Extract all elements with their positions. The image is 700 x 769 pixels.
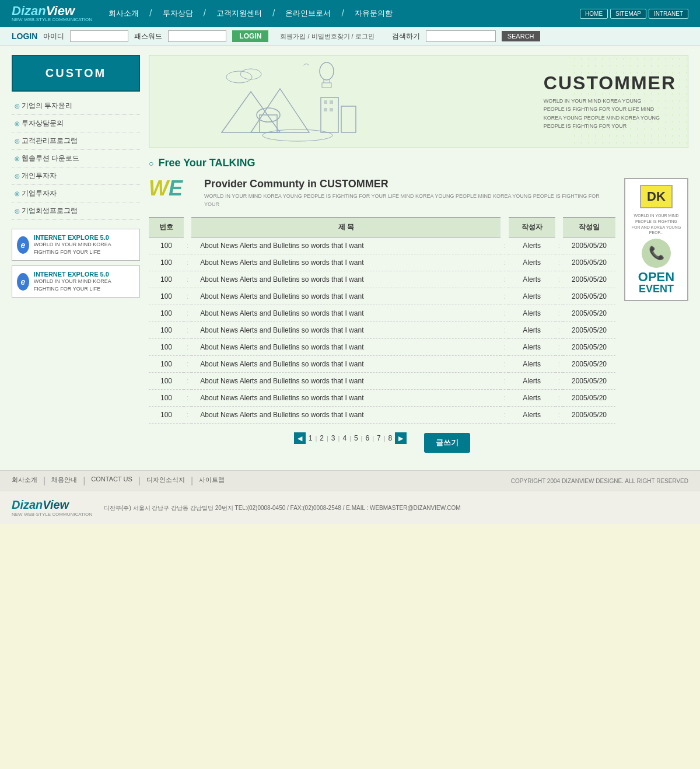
nav-item-support[interactable]: 고객지원센터	[212, 8, 267, 19]
register-link[interactable]: 회원가입 / 비밀번호찾기 / 로그인	[280, 33, 374, 40]
table-row[interactable]: 100 : About News Alerts and Bulletins so…	[149, 373, 615, 390]
cell-title[interactable]: About News Alerts and Bulletins so words…	[191, 254, 501, 271]
sidebar: CUSTOM 기업의 투자윤리 투자상담문의 고객관리프로그램 웹솔루션 다운로…	[12, 55, 140, 462]
cell-sep2: :	[501, 407, 508, 424]
sidebar-item-3[interactable]: 고객관리프로그램	[12, 132, 140, 150]
cell-sep2: :	[501, 271, 508, 288]
ie-icon-2: e	[17, 273, 29, 291]
table-row[interactable]: 100 : About News Alerts and Bulletins so…	[149, 390, 615, 407]
nav-item-inquiry[interactable]: 자유문의함	[350, 8, 397, 19]
table-row[interactable]: 100 : About News Alerts and Bulletins so…	[149, 322, 615, 339]
svg-rect-13	[330, 108, 333, 111]
col-sep-1	[184, 218, 191, 237]
search-button[interactable]: SEARCH	[502, 31, 540, 41]
cell-author: Alerts	[509, 237, 555, 254]
sidebar-item-2[interactable]: 투자상담문의	[12, 115, 140, 132]
cell-title[interactable]: About News Alerts and Bulletins so words…	[191, 339, 501, 356]
next-page-button[interactable]: ▶	[395, 432, 407, 444]
page-5[interactable]: 5	[354, 434, 358, 442]
page-4[interactable]: 4	[342, 434, 346, 442]
footer-address: 디잔부(주) 서울시 강남구 강남동 강남빌딩 20번지 TEL:(02)000…	[104, 503, 461, 513]
nav-divider: /	[204, 8, 206, 19]
ie-icon-1: e	[17, 236, 29, 254]
hero-svg	[204, 57, 391, 147]
footer-link-company[interactable]: 회사소개	[12, 476, 37, 486]
table-row[interactable]: 100 : About News Alerts and Bulletins so…	[149, 339, 615, 356]
nav-item-investment[interactable]: 투자상담	[158, 8, 198, 19]
cell-sep2: :	[501, 356, 508, 373]
cell-title[interactable]: About News Alerts and Bulletins so words…	[191, 407, 501, 424]
svg-rect-7	[322, 83, 331, 88]
sidebar-item-1[interactable]: 기업의 투자윤리	[12, 97, 140, 115]
page-1[interactable]: 1	[309, 434, 313, 442]
board-main: WE Provider Communty in CUSTOMMER WORLD …	[149, 178, 615, 462]
cell-num: 100	[149, 271, 184, 288]
sidebar-item-5[interactable]: 개인투자자	[12, 167, 140, 185]
sitemap-button[interactable]: SITEMAP	[610, 9, 646, 19]
prev-page-button[interactable]: ◀	[294, 432, 306, 444]
table-row[interactable]: 100 : About News Alerts and Bulletins so…	[149, 271, 615, 288]
hero-subtitle: WORLD IN YOUR MIND KOREA YOUNG PEOPLE IS…	[544, 97, 660, 131]
col-header-title: 제 목	[191, 218, 501, 237]
table-row[interactable]: 100 : About News Alerts and Bulletins so…	[149, 237, 615, 254]
community-title: Provider Communty in CUSTOMMER	[204, 178, 615, 190]
cell-title[interactable]: About News Alerts and Bulletins so words…	[191, 237, 501, 254]
page-7[interactable]: 7	[377, 434, 381, 442]
write-button[interactable]: 글쓰기	[424, 433, 470, 453]
page-3[interactable]: 3	[331, 434, 335, 442]
col-header-author: 작성자	[509, 218, 555, 237]
banner-title-2: INTERNET EXPLORE 5.0	[34, 271, 135, 278]
cell-sep: :	[184, 254, 191, 271]
table-row[interactable]: 100 : About News Alerts and Bulletins so…	[149, 305, 615, 322]
cell-date: 2005/05/20	[563, 271, 615, 288]
home-button[interactable]: HOME	[580, 9, 608, 19]
cell-title[interactable]: About News Alerts and Bulletins so words…	[191, 305, 501, 322]
col-header-num: 번호	[149, 218, 184, 237]
cell-title[interactable]: About News Alerts and Bulletins so words…	[191, 271, 501, 288]
cell-title[interactable]: About News Alerts and Bulletins so words…	[191, 356, 501, 373]
cell-date: 2005/05/20	[563, 390, 615, 407]
table-row[interactable]: 100 : About News Alerts and Bulletins so…	[149, 254, 615, 271]
sidebar-banner-1[interactable]: e INTERNET EXPLORE 5.0 WORLD IN YOUR MIN…	[12, 229, 140, 261]
header-top: DizanView NEW WEB-STYLE COMMUNICATION 회사…	[0, 0, 700, 27]
svg-rect-9	[341, 106, 356, 132]
cell-num: 100	[149, 356, 184, 373]
nav-item-online[interactable]: 온라인브로서	[281, 8, 335, 19]
footer-link-sitemap[interactable]: 사이트맵	[199, 476, 225, 486]
banner-title-1: INTERNET EXPLORE 5.0	[34, 234, 135, 241]
open-label: OPEN	[631, 271, 681, 284]
table-row[interactable]: 100 : About News Alerts and Bulletins so…	[149, 288, 615, 305]
cell-title[interactable]: About News Alerts and Bulletins so words…	[191, 288, 501, 305]
page-8[interactable]: 8	[388, 434, 393, 442]
sidebar-menu: 기업의 투자윤리 투자상담문의 고객관리프로그램 웹솔루션 다운로드 개인투자자…	[12, 97, 140, 220]
footer-link-design[interactable]: 디자인소식지	[146, 476, 185, 486]
nav-item-company[interactable]: 회사소개	[104, 8, 144, 19]
cell-sep2: :	[501, 373, 508, 390]
table-row[interactable]: 100 : About News Alerts and Bulletins so…	[149, 356, 615, 373]
login-links: 회원가입 / 비밀번호찾기 / 로그인	[280, 32, 374, 41]
login-button[interactable]: LOGIN	[232, 30, 268, 42]
footer-link-recruit[interactable]: 채용안내	[51, 476, 77, 486]
cell-title[interactable]: About News Alerts and Bulletins so words…	[191, 373, 501, 390]
sidebar-item-6[interactable]: 기업투자자	[12, 185, 140, 202]
col-header-date: 작성일	[563, 218, 615, 237]
cell-title[interactable]: About News Alerts and Bulletins so words…	[191, 390, 501, 407]
pagination: ◀ 1 | 2 | 3 | 4 | 5 | 6 | 7 |	[294, 432, 407, 444]
table-row[interactable]: 100 : About News Alerts and Bulletins so…	[149, 407, 615, 424]
sidebar-banner-2[interactable]: e INTERNET EXPLORE 5.0 WORLD IN YOUR MIN…	[12, 265, 140, 298]
intranet-button[interactable]: INTRANET	[649, 9, 688, 19]
cell-num: 100	[149, 288, 184, 305]
sidebar-item-7[interactable]: 기업회생프로그램	[12, 202, 140, 220]
sidebar-item-4[interactable]: 웹솔루션 다운로드	[12, 150, 140, 167]
id-input[interactable]	[70, 30, 128, 42]
cell-date: 2005/05/20	[563, 356, 615, 373]
page-2[interactable]: 2	[320, 434, 324, 442]
cell-sep2: :	[501, 237, 508, 254]
search-input[interactable]	[426, 30, 496, 42]
page-6[interactable]: 6	[365, 434, 369, 442]
cell-title[interactable]: About News Alerts and Bulletins so words…	[191, 322, 501, 339]
pagination-area: ◀ 1 | 2 | 3 | 4 | 5 | 6 | 7 |	[149, 432, 615, 453]
cell-sep2: :	[501, 390, 508, 407]
footer-link-contact[interactable]: CONTACT US	[91, 476, 132, 486]
password-input[interactable]	[168, 30, 226, 42]
